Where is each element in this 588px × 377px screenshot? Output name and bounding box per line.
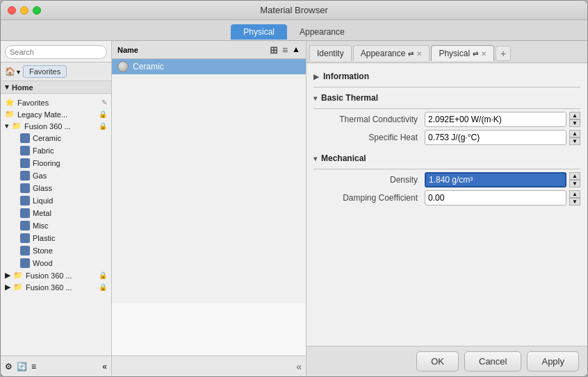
thermal-conductivity-down[interactable]: ▼	[569, 119, 580, 127]
physical-close-icon[interactable]: ✕	[481, 50, 487, 58]
appearance-close-icon[interactable]: ✕	[416, 50, 422, 58]
search-input[interactable]	[5, 45, 107, 59]
material-row-empty-2	[112, 90, 306, 105]
mechanical-divider	[313, 169, 580, 169]
tree-item-wood[interactable]: Wood	[1, 257, 111, 269]
tab-identity[interactable]: Identity	[309, 45, 352, 61]
tree-item-glass[interactable]: Glass	[1, 182, 111, 194]
density-value-container: ▲ ▼	[425, 172, 580, 187]
glass-label: Glass	[33, 184, 52, 192]
damping-coefficient-down[interactable]: ▼	[569, 198, 580, 206]
tab-appearance[interactable]: Appearance	[287, 24, 357, 40]
gas-label: Gas	[33, 171, 47, 180]
refresh-icon[interactable]: 🔄	[17, 362, 27, 371]
material-browser-window: Material Browser Physical Appearance 🏠 ▾…	[0, 0, 588, 377]
double-left-arrow-icon[interactable]: «	[296, 361, 302, 372]
tree-folder-fusion1[interactable]: ▾ 📁 Fusion 360 ... 🔒	[1, 120, 111, 132]
material-row-empty-11	[112, 227, 306, 242]
edit-icon: ✎	[101, 99, 107, 106]
legacy-label: Legacy Mate...	[17, 110, 67, 119]
home-section-triangle: ▾	[5, 83, 9, 92]
middle-panel: Name ⊞ ≡ ▲ Ceramic	[112, 41, 307, 376]
favorites-bar: 🏠 ▾ Favorites	[1, 62, 111, 81]
tree-item-fabric[interactable]: Fabric	[1, 144, 111, 157]
physical-sync-icon: ⇄	[473, 50, 478, 58]
middle-bottom-toolbar: «	[112, 355, 306, 376]
tree-item-gas[interactable]: Gas	[1, 169, 111, 182]
tree-folder-favorites[interactable]: ⭐ Favorites ✎	[1, 97, 111, 108]
ceramic-label: Ceramic	[33, 134, 61, 142]
add-icon[interactable]: ⚙	[5, 362, 13, 371]
specific-heat-value-container: ▲ ▼	[425, 130, 580, 145]
folder-icon-fusion2: 📁	[13, 271, 23, 280]
list-view-icon[interactable]: ≡	[282, 44, 288, 56]
minimize-button[interactable]	[20, 6, 28, 15]
collapse-icon[interactable]: «	[102, 362, 107, 371]
close-button[interactable]	[8, 6, 16, 15]
mechanical-label: Mechanical	[321, 153, 366, 163]
tab-appearance[interactable]: Appearance ⇄ ✕	[353, 45, 430, 61]
density-down[interactable]: ▼	[569, 180, 580, 187]
damping-coefficient-input[interactable]	[425, 190, 566, 206]
stone-label: Stone	[33, 246, 53, 255]
mechanical-triangle: ▾	[313, 155, 317, 162]
metal-label: Metal	[33, 209, 51, 217]
tree-item-misc[interactable]: Misc	[1, 219, 111, 232]
category-icon-metal	[20, 208, 30, 218]
specific-heat-up[interactable]: ▲	[569, 130, 580, 137]
tree-item-liquid[interactable]: Liquid	[1, 194, 111, 207]
tree-folder-fusion3[interactable]: ▶ 📁 Fusion 360 ... 🔒	[1, 281, 111, 293]
thermal-conductivity-up[interactable]: ▲	[569, 112, 580, 119]
appearance-sync-icon: ⇄	[408, 50, 414, 58]
material-row-empty-1	[112, 74, 306, 90]
information-section-header[interactable]: ▶ Information	[313, 69, 580, 84]
basic-thermal-section-header[interactable]: ▾ Basic Thermal	[313, 90, 580, 106]
tree-item-plastic[interactable]: Plastic	[1, 232, 111, 244]
list-icon[interactable]: ≡	[31, 362, 36, 371]
grid-view-icon[interactable]: ⊞	[270, 44, 278, 56]
apply-button[interactable]: Apply	[527, 351, 579, 371]
tab-physical[interactable]: Physical	[231, 24, 287, 40]
specific-heat-input[interactable]	[425, 130, 566, 145]
ok-button[interactable]: OK	[416, 351, 459, 371]
material-row-ceramic[interactable]: Ceramic	[112, 59, 306, 74]
category-icon-gas	[20, 171, 30, 181]
thermal-conductivity-row: Thermal Conductivity ▲ ▼	[313, 112, 580, 127]
material-name-ceramic: Ceramic	[133, 62, 164, 72]
tree-item-flooring[interactable]: Flooring	[1, 157, 111, 169]
density-up[interactable]: ▲	[569, 172, 580, 180]
category-icon-wood	[20, 258, 30, 268]
add-tab-button[interactable]: +	[496, 46, 511, 61]
specific-heat-row: Specific Heat ▲ ▼	[313, 130, 580, 145]
category-icon-plastic	[20, 233, 30, 243]
tree-item-ceramic[interactable]: Ceramic	[1, 132, 111, 144]
density-spinner: ▲ ▼	[569, 172, 580, 187]
tree-folder-fusion2[interactable]: ▶ 📁 Fusion 360 ... 🔒	[1, 269, 111, 281]
material-row-empty-12	[112, 242, 306, 258]
home-button[interactable]: 🏠 ▾	[5, 67, 20, 76]
tab-physical[interactable]: Physical ⇄ ✕	[431, 45, 494, 61]
scroll-up-icon[interactable]: ▲	[292, 44, 300, 56]
folder-icon-fusion1: 📁	[12, 122, 22, 131]
expand-icon-fusion1: ▾	[5, 122, 9, 131]
folder-icon-fusion3: 📁	[13, 283, 23, 292]
tree-folder-legacy[interactable]: 📁 Legacy Mate... 🔒	[1, 108, 111, 120]
cancel-button[interactable]: Cancel	[464, 351, 521, 371]
specific-heat-down[interactable]: ▼	[569, 137, 580, 145]
category-icon-glass	[20, 183, 30, 193]
favorites-button[interactable]: Favorites	[23, 65, 67, 78]
tree-item-stone[interactable]: Stone	[1, 244, 111, 257]
damping-coefficient-row: Damping Coefficient ▲ ▼	[313, 190, 580, 206]
damping-coefficient-up[interactable]: ▲	[569, 190, 580, 198]
name-column-header: Name	[117, 46, 138, 54]
middle-header: Name ⊞ ≡ ▲	[112, 41, 306, 59]
mechanical-section-header[interactable]: ▾ Mechanical	[313, 151, 580, 166]
right-panel: Identity Appearance ⇄ ✕ Physical ⇄ ✕ +	[307, 41, 587, 376]
maximize-button[interactable]	[33, 6, 41, 15]
home-section-header: ▾ Home	[1, 81, 111, 94]
density-input[interactable]	[425, 172, 566, 187]
tree-item-metal[interactable]: Metal	[1, 207, 111, 219]
density-row: Density ▲ ▼	[313, 172, 580, 187]
thermal-conductivity-input[interactable]	[425, 112, 566, 127]
material-row-empty-9	[112, 196, 306, 212]
